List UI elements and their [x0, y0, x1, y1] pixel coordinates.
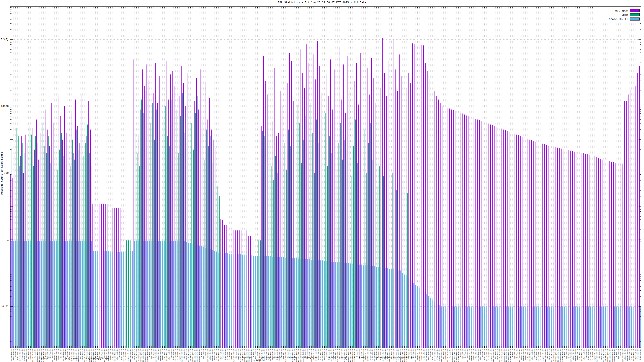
svg-text:wpbl.info 3h: wpbl.info 3h	[151, 349, 152, 359]
svg-text:ubl.unsub 1h: ubl.unsub 1h	[546, 349, 548, 359]
svg-text:zerb.kedpsbie 2h: zerb.kedpsbie 2h	[104, 349, 105, 362]
svg-text:truncate.gbudb 2h: truncate.gbudb 2h	[354, 349, 356, 362]
svg-text:cbl.abuseat 2h: cbl.abuseat 2h	[540, 349, 542, 360]
svg-text:bl.mailspike 13h: bl.mailspike 13h	[38, 349, 40, 362]
svg-text:ubl.unsub 1h: ubl.unsub 1h	[28, 349, 30, 359]
svg-text:dyna.spamrats 2h: dyna.spamrats 2h	[233, 349, 235, 362]
svg-text:Y.2.0.Ydbl 1h: Y.2.0.Ydbl 1h	[516, 349, 518, 360]
svg-text:cbl.abuseat 2h: cbl.abuseat 2h	[488, 349, 490, 360]
svg-text:dyna.spamrats 2h: dyna.spamrats 2h	[181, 349, 183, 362]
svg-text:zen.spamhaus 1h: zen.spamhaus 1h	[166, 349, 168, 361]
svg-text:rep.mailspike 1h: rep.mailspike 1h	[192, 349, 194, 362]
svg-text:spamhaus-zen 2h: spamhaus-zen 2h	[315, 349, 317, 361]
svg-text:abuseat-cbl 1h: abuseat-cbl 1h	[110, 349, 112, 360]
svg-text:dnsbl.sorbs 2h: dnsbl.sorbs 2h	[121, 349, 122, 360]
svg-text:senderscore 1h: senderscore 1h	[497, 349, 498, 360]
svg-text:uceprotect-1 1h: uceprotect-1 1h	[594, 349, 596, 361]
svg-text:hoBsBohopgBohop oginor2ghbpmig: hoBsBohopgBohop oginor2ghbpmigigib	[375, 356, 414, 359]
svg-text:rep.mailspike 1h: rep.mailspike 1h	[244, 349, 246, 362]
svg-text:origin.asn.cy or: origin.asn.cy or	[603, 349, 604, 362]
svg-text:bl.spamcop 1h: bl.spamcop 1h	[170, 349, 172, 360]
svg-text:Y.2.0.Ydbl 1h: Y.2.0.Ydbl 1h	[257, 349, 258, 360]
svg-text:dyna.spamrats 2h: dyna.spamrats 2h	[544, 349, 546, 362]
svg-text:hostkarma.jk 2h: hostkarma.jk 2h	[242, 349, 243, 361]
svg-text:wpbl.info 3h: wpbl.info 3h	[618, 349, 620, 359]
svg-text:spameatmonkey 2h: spameatmonkey 2h	[41, 349, 42, 362]
svg-text:nobie0Y.0.Y 2h: nobie0Y.0.Y 2h	[624, 349, 626, 360]
svg-text:oragagagib BoBo: oragagagib BoBo	[92, 357, 109, 360]
svg-text:surbl.multi 2h: surbl.multi 2h	[631, 349, 632, 360]
svg-text:spameatmonkey 2h: spameatmonkey 2h	[456, 349, 457, 362]
svg-text:wpbl.info 3h: wpbl.info 3h	[514, 349, 516, 359]
svg-text:dnsbl.sorbs 2h: dnsbl.sorbs 2h	[172, 349, 174, 360]
svg-text:surbl.multi 2h: surbl.multi 2h	[423, 349, 425, 360]
svg-text:Y.2.0.Ydbl 1h: Y.2.0.Ydbl 1h	[464, 349, 466, 360]
svg-text:nobie0Y.0.Y 2h: nobie0Y.0.Y 2h	[209, 349, 211, 360]
svg-text:dyna.spamrats 2h: dyna.spamrats 2h	[440, 349, 442, 362]
svg-text:zen.spamhaus 1h: zen.spamhaus 1h	[581, 349, 582, 361]
svg-text:origin.asn.cy or: origin.asn.cy or	[395, 349, 397, 362]
svg-text:bl.mailspike 13h: bl.mailspike 13h	[90, 349, 92, 362]
svg-text:psbl.surriel 1h: psbl.surriel 1h	[434, 349, 436, 361]
svg-text:dyna.spamrats 2h: dyna.spamrats 2h	[596, 349, 598, 362]
svg-text:1 Bohop 1 hop: 1 Bohop 1 hop	[338, 356, 354, 359]
svg-text:psbl.surriel 1h: psbl.surriel 1h	[278, 349, 280, 361]
score-bars	[11, 241, 640, 348]
svg-text:dronebl 1h: dronebl 1h	[45, 349, 47, 357]
svg-text:nobie0Y.0.Y 2h: nobie0Y.0.Y 2h	[417, 349, 418, 360]
svg-text:uceprotect-1 1h: uceprotect-1 1h	[127, 349, 129, 361]
svg-text:hostkarma.jk 2h: hostkarma.jk 2h	[138, 349, 140, 361]
svg-text:origih Bohop: origih Bohop	[65, 357, 79, 360]
svg-text:dyna.spamrats 2h: dyna.spamrats 2h	[26, 349, 27, 362]
svg-text:cbl.abuseat 2h: cbl.abuseat 2h	[177, 349, 178, 360]
svg-text:rep.mailspike 1h: rep.mailspike 1h	[296, 349, 298, 362]
svg-text:abuseat-cbl 1h: abuseat-cbl 1h	[58, 349, 60, 360]
legend: Not Spam Spam Score (0..1)	[593, 7, 641, 22]
svg-text:wpbl.info 3h: wpbl.info 3h	[566, 349, 568, 359]
svg-text:bl.mailspike 13h: bl.mailspike 13h	[609, 349, 611, 362]
svg-text:bl.spamcop 1h: bl.spamcop 1h	[482, 349, 483, 360]
svg-text:ubl.unsub 1h: ubl.unsub 1h	[183, 349, 185, 359]
svg-text:hostkarma.jk 2h: hostkarma.jk 2h	[397, 349, 399, 361]
svg-text:truncate.gbudb 2h: truncate.gbudb 2h	[43, 349, 44, 362]
svg-text:spameatmonkey 2h: spameatmonkey 2h	[352, 349, 354, 362]
svg-text:spamhaus-zen 2h: spamhaus-zen 2h	[419, 349, 420, 361]
svg-text:spamhaus-zen 2h: spamhaus-zen 2h	[367, 349, 369, 361]
svg-text:b.barracuda 2h: b.barracuda 2h	[531, 349, 533, 360]
svg-text:origin.asn.cy or: origin.asn.cy or	[499, 349, 500, 362]
svg-text:dronebl 1h: dronebl 1h	[201, 349, 202, 357]
svg-text:13 hops: 13 hops	[328, 356, 336, 359]
svg-text:hostkarma.jk 2h: hostkarma.jk 2h	[190, 349, 192, 361]
svg-text:uceprotect-1 1h: uceprotect-1 1h	[23, 349, 25, 361]
svg-text:spameatmonkey 2h: spameatmonkey 2h	[300, 349, 302, 362]
svg-text:abuseat-cbl 1h: abuseat-cbl 1h	[577, 349, 578, 360]
svg-text:Y.2.0.Ydbl 1h: Y.2.0.Ydbl 1h	[49, 349, 51, 360]
svg-text:uceprotect-1 1h: uceprotect-1 1h	[438, 349, 440, 361]
svg-text:truncate.gbudb 2h: truncate.gbudb 2h	[614, 349, 615, 362]
svg-text:spameatmonkey 2h: spameatmonkey 2h	[612, 349, 613, 362]
svg-text:zen.spamhaus 1h: zen.spamhaus 1h	[374, 349, 375, 361]
svg-text:truncate.gbudb 2h: truncate.gbudb 2h	[562, 349, 563, 362]
svg-text:cbl.abuseat 2h: cbl.abuseat 2h	[592, 349, 594, 360]
svg-text:zen.spamhaus 1h: zen.spamhaus 1h	[322, 349, 323, 361]
svg-text:truncate.gbudb 2h: truncate.gbudb 2h	[250, 349, 252, 362]
svg-text:psbl.surriel 1h: psbl.surriel 1h	[19, 349, 21, 361]
svg-text:rep.mailspike 1h: rep.mailspike 1h	[452, 349, 453, 362]
svg-text:dnsbl.sorbs 2h: dnsbl.sorbs 2h	[224, 349, 226, 360]
svg-text:hostkarma.jk 2h: hostkarma.jk 2h	[294, 349, 295, 361]
svg-text:bl.spamcop 1h: bl.spamcop 1h	[15, 349, 16, 360]
legend-swatch-score	[630, 17, 640, 20]
svg-text:cbl.abuseat 2h: cbl.abuseat 2h	[229, 349, 230, 360]
svg-text:origin.asn.cy or: origin.asn.cy or	[188, 349, 190, 362]
plot-area: 1x10^{6}1000010010.01zen.spamhaus 1hb.ba…	[0, 0, 644, 362]
svg-text:cbl.abuseat 2h: cbl.abuseat 2h	[125, 349, 126, 360]
svg-text:bl.mailspike 13h: bl.mailspike 13h	[505, 349, 507, 362]
svg-text:origin.asn.cy or: origin.asn.cy or	[292, 349, 293, 362]
svg-text:origin.asn.cy or: origin.asn.cy or	[136, 349, 138, 362]
svg-text:Y.2.0.Ydbl 1h: Y.2.0.Ydbl 1h	[205, 349, 206, 360]
svg-text:uceprotect-1 1h: uceprotect-1 1h	[542, 349, 544, 361]
svg-text:hostkarma.jk 2h: hostkarma.jk 2h	[553, 349, 555, 361]
svg-text:dronebl 1h: dronebl 1h	[252, 349, 254, 357]
svg-text:bl.mailspike 13h: bl.mailspike 13h	[557, 349, 559, 362]
legend-label-not-spam: Not Spam	[615, 9, 628, 12]
